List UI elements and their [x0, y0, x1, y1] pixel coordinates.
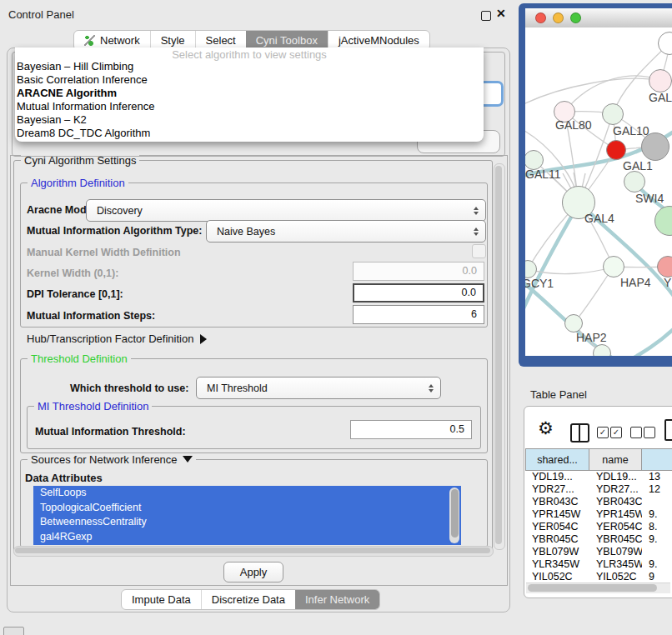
- algorithm-option-dream8-dc-tdc-algorithm[interactable]: Dream8 DC_TDC Algorithm: [17, 127, 150, 140]
- float-window-icon[interactable]: [481, 11, 491, 21]
- control-panel-title: Control Panel: [8, 8, 74, 21]
- mi-threshold-definition-legend: MI Threshold Definition: [34, 400, 152, 412]
- table-cell: YER054C: [589, 521, 642, 533]
- settings-horizontal-scrollbar[interactable]: [13, 546, 494, 557]
- collapse-down-icon: [183, 456, 193, 462]
- column-header-partial[interactable]: [642, 448, 672, 471]
- column-header-name[interactable]: name: [589, 448, 642, 471]
- algorithm-dropdown-popup: Select algorithm to view settings Bayesi…: [15, 48, 484, 142]
- node-gal1[interactable]: [606, 140, 626, 160]
- close-icon[interactable]: ✕: [496, 7, 506, 20]
- node-label-gcy1: GCY1: [525, 277, 554, 290]
- attributes-list-scrollbar[interactable]: [449, 488, 459, 543]
- table-cell: YIL052C: [589, 571, 642, 583]
- aracne-mode-select[interactable]: Discovery: [86, 199, 486, 222]
- scrollbar-thumb[interactable]: [528, 584, 657, 592]
- node-label-hap2: HAP2: [576, 331, 607, 344]
- algorithm-option-basic-correlation-inference[interactable]: Basic Correlation Inference: [17, 73, 148, 87]
- algorithm-option-bayesian-hill-climbing[interactable]: Bayesian – Hill Climbing: [17, 60, 133, 73]
- minimize-traffic-icon[interactable]: [553, 12, 564, 23]
- tab-impute-data[interactable]: Impute Data: [122, 590, 201, 609]
- mi-threshold-label: Mutual Information Threshold:: [35, 426, 186, 438]
- tab-label: Cyni Toolbox: [256, 34, 318, 47]
- unchecked-checkbox-icon[interactable]: [630, 427, 642, 438]
- tab-discretize-data[interactable]: Discretize Data: [201, 590, 295, 609]
- algorithm-option-bayesian-k2[interactable]: Bayesian – K2: [17, 113, 87, 127]
- table-cell: YLR345W: [525, 558, 589, 571]
- unchecked-checkbox-icon[interactable]: [644, 427, 655, 438]
- network-canvas[interactable]: GALGAL80GAL10GAL1GAL11SWI4GAL4GCY1HAP4YH…: [525, 28, 672, 356]
- close-traffic-icon[interactable]: [535, 12, 546, 23]
- scrollbar-thumb[interactable]: [15, 548, 490, 553]
- table-row[interactable]: YBR043CYBR043C: [525, 496, 672, 508]
- stepper-icon: [429, 384, 434, 392]
- node-hap2[interactable]: [564, 314, 583, 332]
- node-label-gal1: GAL1: [623, 159, 653, 172]
- column-header-shared[interactable]: shared...: [525, 448, 589, 471]
- attribute-item-gal4rgexp[interactable]: gal4RGexp: [33, 530, 461, 545]
- tab-infer-network[interactable]: Infer Network: [295, 590, 379, 609]
- table-cell: YBR045C: [589, 533, 642, 546]
- checked-checkbox-icon[interactable]: ✓: [597, 427, 609, 438]
- attribute-item-topologicalcoefficient[interactable]: TopologicalCoefficient: [33, 501, 461, 516]
- tab-label: Infer Network: [305, 593, 369, 606]
- table-row[interactable]: YBR045CYBR045C9.: [525, 533, 672, 546]
- split-columns-icon[interactable]: [570, 423, 589, 442]
- bottom-left-mini-button[interactable]: [3, 627, 24, 635]
- table-cell: YIL052C: [525, 571, 589, 583]
- table-cell: YDR27...: [589, 483, 642, 496]
- manual-kernel-checkbox[interactable]: [472, 244, 486, 258]
- document-icon[interactable]: [664, 419, 672, 441]
- table-header: shared...name: [525, 448, 672, 471]
- tab-label: Style: [161, 34, 185, 47]
- dpi-tolerance-label: DPI Tolerance [0,1]:: [27, 288, 123, 300]
- algorithm-option-aracne-algorithm[interactable]: ARACNE Algorithm: [17, 87, 117, 100]
- tab-label: Network: [100, 34, 140, 47]
- attribute-item-betweennesscentrality[interactable]: BetweennessCentrality: [33, 515, 461, 530]
- attribute-item-selfloops[interactable]: SelfLoops: [33, 486, 461, 501]
- table-row[interactable]: YDR27...YDR27...12: [525, 483, 672, 496]
- kernel-width-field[interactable]: 0.0: [353, 262, 484, 281]
- mi-type-select[interactable]: Naive Bayes: [206, 220, 486, 242]
- mi-threshold-field[interactable]: 0.5: [350, 420, 472, 439]
- scrollbar-thumb[interactable]: [451, 489, 459, 538]
- mi-steps-field[interactable]: 6: [353, 305, 484, 324]
- table-row[interactable]: YBL079WYBL079W: [525, 546, 672, 558]
- which-threshold-label: Which threshold to use:: [70, 382, 188, 394]
- checked-checkbox-icon[interactable]: ✓: [610, 427, 622, 438]
- table-row[interactable]: YPR145WYPR145W9.: [525, 508, 672, 521]
- data-attributes-list[interactable]: SelfLoopsTopologicalCoefficientBetweenne…: [33, 486, 461, 545]
- node-swi4[interactable]: [624, 171, 645, 192]
- table-row[interactable]: YDL19...YDL19...13: [525, 471, 672, 483]
- dpi-tolerance-field[interactable]: 0.0: [353, 283, 484, 302]
- hub-definition-toggle[interactable]: Hub/Transcription Factor Definition: [27, 332, 207, 345]
- node-gal[interactable]: [649, 69, 672, 92]
- node-label-gal80: GAL80: [555, 118, 592, 132]
- node-hap4[interactable]: [603, 256, 624, 278]
- table-cell: YER054C: [525, 521, 589, 533]
- tab-label: Select: [206, 34, 236, 47]
- table-cell: 8.: [642, 521, 672, 533]
- table-cell: YLR345W: [589, 558, 642, 571]
- tab-label: Impute Data: [132, 593, 191, 606]
- algorithm-option-mutual-information-inference[interactable]: Mutual Information Inference: [17, 100, 154, 113]
- node-unlabeled[interactable]: [641, 132, 669, 161]
- table-horizontal-scrollbar[interactable]: [526, 582, 670, 593]
- network-window-titlebar[interactable]: [525, 8, 672, 28]
- scrollbar-thumb[interactable]: [495, 166, 502, 544]
- sources-legend[interactable]: Sources for Network Inference: [28, 453, 196, 466]
- manual-kernel-label: Manual Kernel Width Definition: [27, 247, 181, 258]
- apply-button[interactable]: Apply: [223, 562, 283, 582]
- table-cell: YDL19...: [589, 471, 642, 483]
- node-gal10[interactable]: [602, 103, 624, 125]
- table-row[interactable]: YER054CYER054C8.: [525, 521, 672, 533]
- zoom-traffic-icon[interactable]: [570, 12, 581, 23]
- gear-icon[interactable]: ⚙: [538, 418, 554, 438]
- table-row[interactable]: YLR345WYLR345W9.: [525, 558, 672, 571]
- settings-vertical-scrollbar[interactable]: [494, 163, 505, 550]
- which-threshold-select[interactable]: MI Threshold: [196, 377, 441, 399]
- node-label-gal: GAL: [649, 91, 672, 104]
- mi-type-label: Mutual Information Algorithm Type:: [27, 225, 202, 237]
- table-row[interactable]: YIL052CYIL052C9: [525, 571, 672, 583]
- stepper-icon: [474, 228, 479, 236]
